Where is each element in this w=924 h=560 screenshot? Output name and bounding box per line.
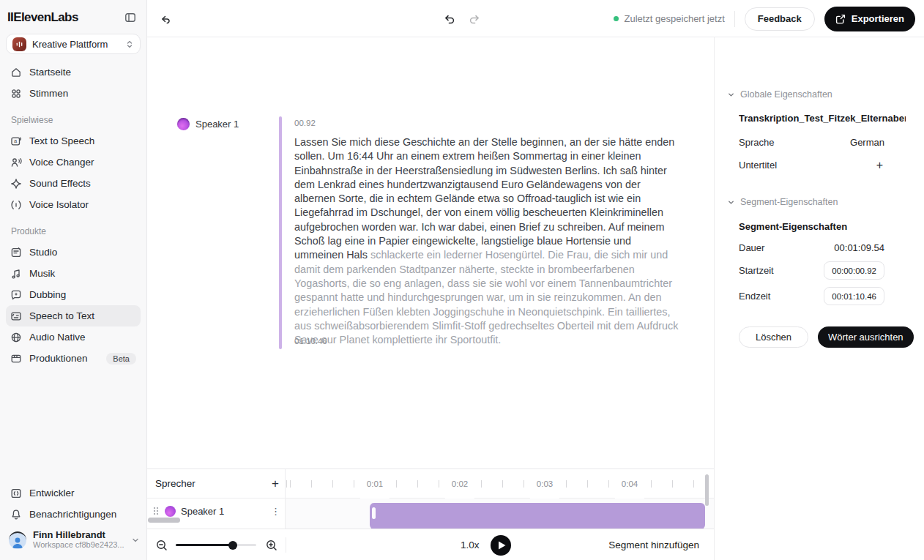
subtitles-row: Untertitel + [739, 160, 884, 171]
timeline-panel: Sprecher + Speaker 1 ⋮ 0:01 0:02 0:03 0:… [147, 468, 714, 529]
vertical-scrollbar[interactable] [705, 474, 709, 506]
subtitles-label: Untertitel [739, 160, 777, 171]
speaker-track[interactable] [286, 499, 714, 529]
speakers-header: Sprecher [155, 478, 195, 489]
sidebar-item-dubbing[interactable]: Dubbing [6, 284, 141, 305]
dubbing-icon [10, 289, 22, 301]
sidebar-item-startseite[interactable]: Startseite [6, 61, 141, 83]
transcript-pending-text[interactable]: schlackerte ein lederner Hosengürtel. Di… [294, 249, 678, 346]
profile-name: Finn Hillebrandt [33, 530, 124, 540]
topbar: Zuletzt gespeichert jetzt Feedback Expor… [147, 0, 924, 37]
sidebar-item-label: Speech to Text [29, 310, 94, 321]
add-segment-button[interactable]: Segment hinzufügen [608, 540, 699, 550]
zoom-out-icon[interactable] [155, 539, 168, 552]
back-button[interactable] [155, 9, 176, 29]
text-to-speech-icon: a [10, 135, 22, 147]
clapperboard-icon [10, 353, 22, 365]
chevron-down-icon [727, 91, 735, 99]
sparkle-icon [10, 178, 22, 190]
speaker-chip[interactable]: Speaker 1 [177, 118, 239, 130]
studio-icon [10, 247, 22, 258]
zoom-in-icon[interactable] [265, 539, 278, 552]
end-time-row: Endzeit 00:01:10.46 [739, 287, 884, 305]
transcript-text[interactable]: Lassen Sie mich diese Geschichte an der … [294, 135, 683, 347]
language-value[interactable]: German [850, 137, 884, 148]
sidebar-item-label: Produktionen [29, 353, 88, 364]
clip-trim-handle[interactable] [372, 507, 376, 519]
sidebar-item-text-to-speech[interactable]: a Text to Speech [6, 130, 141, 152]
beta-badge: Beta [106, 353, 136, 365]
section-products: Produkte [0, 215, 146, 242]
sidebar-item-musik[interactable]: Musik [6, 263, 141, 284]
elevenlabs-logo: IIElevenLabs [7, 10, 78, 25]
segment-properties-header[interactable]: Segment-Eigenschaften [727, 197, 838, 207]
add-subtitles-button[interactable]: + [875, 160, 884, 171]
sidebar-item-sound-effects[interactable]: Sound Effects [6, 173, 141, 194]
sidebar-item-audio-native[interactable]: Audio Native [6, 326, 141, 348]
file-title: Transkription_Test_Fitzek_Elternabend ..… [739, 113, 906, 124]
divider [734, 11, 735, 27]
divider [286, 537, 286, 553]
saved-dot-icon [614, 16, 619, 21]
workspace-name: Kreative Plattform [32, 39, 119, 50]
sidebar-item-produktionen[interactable]: Produktionen Beta [6, 348, 141, 369]
duration-label: Dauer [739, 242, 764, 253]
add-speaker-button[interactable]: + [272, 478, 279, 490]
timeline-ruler[interactable]: 0:01 0:02 0:03 0:04 [286, 469, 714, 499]
sidebar-item-label: Voice Changer [29, 157, 94, 168]
sidebar-collapse-icon[interactable] [124, 12, 136, 23]
code-icon [10, 488, 22, 499]
speaker-name: Speaker 1 [195, 119, 239, 130]
profile-menu[interactable]: Finn Hillebrandt Workspace cf8b9e2423... [0, 525, 146, 556]
feedback-button[interactable]: Feedback [745, 7, 815, 31]
sidebar-item-speech-to-text[interactable]: Speech to Text [6, 305, 141, 326]
slider-fill [176, 544, 233, 546]
transcript-spoken-text[interactable]: Lassen Sie mich diese Geschichte an der … [294, 136, 674, 261]
redo-button[interactable] [463, 9, 484, 29]
profile-workspace-id: Workspace cf8b9e2423... [33, 540, 124, 550]
sidebar-item-label: Musik [29, 268, 55, 279]
sidebar-item-entwickler[interactable]: Entwickler [6, 482, 141, 504]
play-button[interactable] [491, 535, 511, 556]
bell-icon [10, 509, 22, 520]
sidebar-item-label: Entwickler [29, 488, 75, 499]
transcript-editor: Speaker 1 00.92 Lassen Sie mich diese Ge… [147, 37, 714, 468]
drag-handle-icon[interactable] [152, 506, 160, 516]
speech-to-text-icon [10, 310, 22, 322]
start-time-input[interactable]: 00:00:00.92 [824, 261, 884, 280]
timeline-zoom-slider[interactable] [176, 544, 256, 546]
duration-value: 00:01:09.54 [834, 242, 884, 253]
ruler-label: 0:04 [615, 469, 644, 499]
transport-bar: 1.0x Segment hinzufügen [147, 529, 714, 560]
export-button[interactable]: Exportieren [824, 7, 915, 31]
sidebar-item-voice-changer[interactable]: Voice Changer [6, 152, 141, 173]
speaker-track-name: Speaker 1 [181, 506, 224, 517]
speaker-avatar [165, 506, 176, 517]
sidebar-item-label: Sound Effects [29, 178, 91, 189]
avatar [9, 531, 26, 549]
properties-panel: Globale Eigenschaften Transkription_Test… [714, 37, 924, 560]
horizontal-scrollbar[interactable] [148, 518, 180, 523]
audio-segment-clip[interactable] [370, 503, 705, 529]
playback-speed[interactable]: 1.0x [461, 540, 480, 550]
music-note-icon [10, 268, 22, 280]
sidebar-item-studio[interactable]: Studio [6, 242, 141, 263]
sidebar-item-stimmen[interactable]: Stimmen [6, 83, 141, 104]
align-words-button[interactable]: Wörter ausrichten [818, 326, 914, 348]
sidebar-item-voice-isolator[interactable]: Voice Isolator [6, 194, 141, 215]
speaker-options-icon[interactable]: ⋮ [271, 506, 280, 517]
voices-grid-icon [10, 88, 22, 100]
voice-changer-icon [10, 157, 22, 168]
sidebar-item-benachrichtigungen[interactable]: Benachrichtigungen [6, 504, 141, 525]
end-time-input[interactable]: 00:01:10.46 [824, 287, 884, 305]
undo-button[interactable] [439, 9, 460, 29]
ruler-label: 0:03 [530, 469, 559, 499]
voice-isolator-icon [10, 199, 22, 211]
global-properties-header[interactable]: Globale Eigenschaften [727, 89, 832, 100]
globe-icon [10, 332, 22, 343]
delete-segment-button[interactable]: Löschen [739, 326, 808, 348]
slider-knob[interactable] [228, 541, 237, 550]
chevron-down-icon [727, 198, 735, 206]
workspace-selector[interactable]: Kreative Plattform [6, 34, 141, 54]
segment-end-timestamp: 01:10.46 [294, 337, 327, 346]
